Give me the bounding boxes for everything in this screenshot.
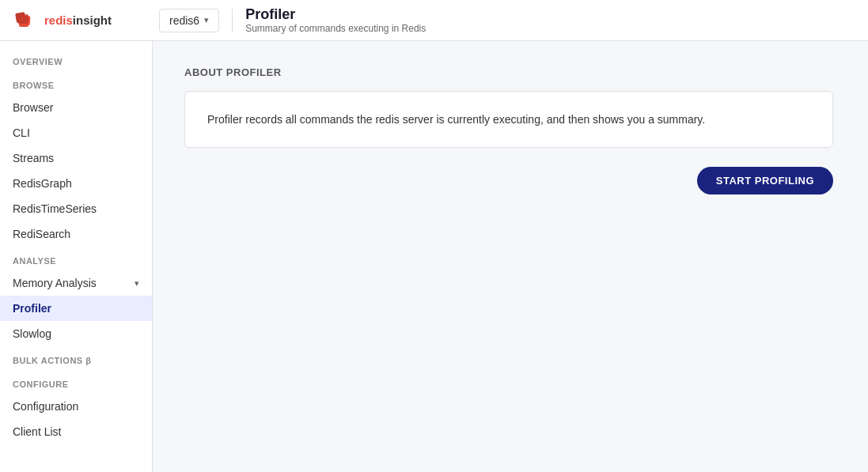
sidebar-item-redistimeseries[interactable]: RedisTimeSeries (0, 196, 152, 221)
sidebar-item-profiler[interactable]: Profiler (0, 296, 152, 321)
sidebar: OVERVIEW BROWSE Browser CLI Streams Redi… (0, 41, 153, 472)
actions-row: START PROFILING (184, 167, 833, 194)
sidebar-item-slowlog[interactable]: Slowlog (0, 321, 152, 346)
header-divider (232, 9, 233, 32)
sidebar-item-redisearch[interactable]: RediSearch (0, 221, 152, 247)
page-title: Profiler (245, 6, 426, 23)
db-name-label: redis6 (169, 14, 199, 27)
sidebar-section-analyse: ANALYSE (0, 247, 152, 270)
logo-area: redisinsight (0, 8, 153, 33)
profiler-info-box: Profiler records all commands the redis … (184, 91, 833, 148)
sidebar-item-streams[interactable]: Streams (0, 145, 152, 171)
redis-logo-icon (13, 8, 38, 33)
start-profiling-button[interactable]: START PROFILING (697, 167, 833, 194)
db-chevron-down-icon: ▾ (204, 15, 209, 25)
sidebar-item-cli[interactable]: CLI (0, 120, 152, 145)
main-layout: OVERVIEW BROWSE Browser CLI Streams Redi… (0, 41, 868, 472)
sidebar-item-browser[interactable]: Browser (0, 95, 152, 120)
sidebar-section-overview: OVERVIEW (0, 47, 152, 71)
section-title: ABOUT PROFILER (184, 66, 836, 78)
db-selector[interactable]: redis6 ▾ (159, 9, 219, 32)
sidebar-item-configuration[interactable]: Configuration (0, 394, 152, 419)
header-title-area: Profiler Summary of commands executing i… (245, 6, 426, 34)
memory-analysis-chevron-icon: ▾ (135, 278, 139, 289)
logo-text: redisinsight (44, 13, 112, 27)
page-subtitle: Summary of commands executing in Redis (245, 23, 426, 34)
svg-rect-3 (17, 14, 28, 24)
sidebar-item-client-list[interactable]: Client List (0, 419, 152, 444)
sidebar-section-bulk-actions: BULK ACTIONS β (0, 346, 152, 370)
content-area: ABOUT PROFILER Profiler records all comm… (153, 41, 868, 472)
sidebar-section-browse: BROWSE (0, 71, 152, 95)
sidebar-item-redisgraph[interactable]: RedisGraph (0, 171, 152, 196)
profiler-info-text: Profiler records all commands the redis … (207, 111, 810, 128)
sidebar-item-memory-analysis[interactable]: Memory Analysis ▾ (0, 270, 152, 296)
top-header: redisinsight redis6 ▾ Profiler Summary o… (0, 0, 868, 41)
sidebar-section-configure: CONFIGURE (0, 370, 152, 394)
